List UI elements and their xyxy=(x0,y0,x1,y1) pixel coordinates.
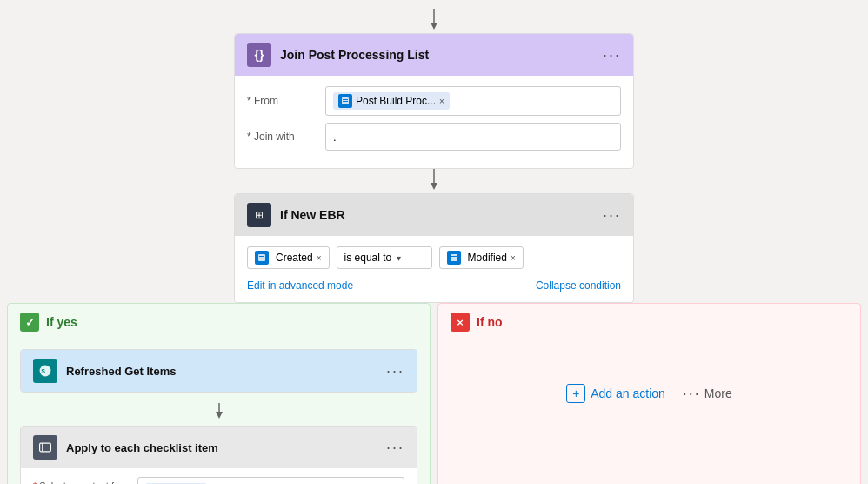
operator-chevron: ▾ xyxy=(397,253,401,263)
more-dots-icon: ··· xyxy=(683,385,701,403)
join-with-field-row: * Join with . xyxy=(247,123,621,151)
flow-canvas: {} Join Post Processing List ··· * From … xyxy=(0,0,868,484)
join-with-input[interactable]: . xyxy=(325,123,621,151)
if-no-header: × If no xyxy=(438,304,860,340)
join-card-icon: {} xyxy=(247,43,271,67)
more-button[interactable]: ··· More xyxy=(683,385,732,403)
svg-rect-7 xyxy=(258,254,265,261)
refreshed-menu-button[interactable]: ··· xyxy=(386,362,404,380)
join-card-title: Join Post Processing List xyxy=(280,48,603,62)
add-action-plus-icon: + xyxy=(566,384,585,403)
apply-each-header: Apply to each checklist item ··· xyxy=(21,427,417,468)
from-label: * From xyxy=(247,95,325,107)
from-field-row: * From Post Build Proc... × xyxy=(247,86,621,116)
modified-tag-text: Modified xyxy=(468,252,507,264)
operator-text: is equal to xyxy=(344,252,392,264)
select-output-input[interactable]: value × xyxy=(137,477,404,484)
top-connector-arrow xyxy=(429,9,439,33)
if-yes-content: S Refreshed Get Items ··· xyxy=(8,340,430,484)
svg-rect-10 xyxy=(451,256,457,257)
svg-marker-14 xyxy=(216,412,223,419)
apply-each-menu-button[interactable]: ··· xyxy=(386,439,404,457)
svg-rect-15 xyxy=(40,443,51,452)
apply-each-title: Apply to each checklist item xyxy=(66,441,386,454)
edit-advanced-link[interactable]: Edit in advanced mode xyxy=(247,279,353,292)
if-no-label: If no xyxy=(477,315,503,329)
if-yes-label: If yes xyxy=(46,315,77,329)
join-card-body: * From Post Build Proc... × * Join with … xyxy=(235,76,633,168)
svg-rect-3 xyxy=(343,99,348,100)
operator-select[interactable]: is equal to ▾ xyxy=(337,246,432,269)
modified-tag-close[interactable]: × xyxy=(511,253,516,263)
split-panes: ✓ If yes S Refreshed Get Items ··· xyxy=(3,303,865,484)
condition-icon: ⊞ xyxy=(255,209,264,221)
if-yes-header: ✓ If yes xyxy=(8,304,430,340)
if-yes-pane: ✓ If yes S Refreshed Get Items ··· xyxy=(7,303,431,484)
join-with-dot: . xyxy=(333,131,337,144)
svg-rect-8 xyxy=(259,256,264,257)
condition-card-icon: ⊞ xyxy=(247,203,271,227)
post-build-tag-text: Post Build Proc... xyxy=(356,95,436,107)
condition-footer-links: Edit in advanced mode Collapse condition xyxy=(247,276,621,292)
svg-rect-4 xyxy=(343,101,348,102)
join-card-header: {} Join Post Processing List ··· xyxy=(235,34,633,76)
add-action-area: + Add an action ··· More xyxy=(451,349,848,438)
modified-tag: Modified × xyxy=(439,246,524,269)
post-build-icon xyxy=(338,94,352,108)
more-label: More xyxy=(704,387,732,400)
curly-brace-icon: {} xyxy=(255,48,264,62)
add-action-label: Add an action xyxy=(591,387,665,400)
select-output-label: * Select an output from previous steps xyxy=(33,480,137,484)
condition-card-menu-button[interactable]: ··· xyxy=(603,206,621,225)
connector-arrow-2 xyxy=(429,169,439,193)
if-no-content: + Add an action ··· More xyxy=(438,340,860,447)
from-input[interactable]: Post Build Proc... × xyxy=(325,86,621,116)
condition-row: Created × is equal to ▾ Modified × xyxy=(247,246,621,269)
refreshed-get-items-card: S Refreshed Get Items ··· xyxy=(20,349,417,393)
if-no-pane: × If no + Add an action ··· More xyxy=(437,303,861,484)
svg-marker-6 xyxy=(431,183,437,190)
condition-card: ⊞ If New EBR ··· Created × is equal to ▾ xyxy=(234,193,634,303)
post-build-tag: Post Build Proc... × xyxy=(333,92,450,110)
if-no-icon: × xyxy=(451,313,470,332)
add-action-button[interactable]: + Add an action xyxy=(566,384,665,403)
modified-tag-icon xyxy=(447,251,461,265)
created-tag-text: Created xyxy=(276,252,313,264)
condition-card-header: ⊞ If New EBR ··· xyxy=(235,194,633,236)
condition-card-title: If New EBR xyxy=(280,208,603,222)
refreshed-header: S Refreshed Get Items ··· xyxy=(21,350,417,392)
join-with-label: * Join with xyxy=(247,131,325,143)
condition-card-body: Created × is equal to ▾ Modified × Edit … xyxy=(235,236,633,302)
created-tag: Created × xyxy=(247,246,330,269)
yes-pane-arrow xyxy=(20,400,417,426)
apply-each-card: Apply to each checklist item ··· * Selec… xyxy=(20,426,417,484)
join-post-processing-card: {} Join Post Processing List ··· * From … xyxy=(234,33,634,169)
svg-text:S: S xyxy=(41,367,45,375)
apply-each-body: * Select an output from previous steps v… xyxy=(21,468,417,484)
post-build-tag-close[interactable]: × xyxy=(439,97,444,106)
created-tag-icon xyxy=(255,251,269,265)
refreshed-title: Refreshed Get Items xyxy=(66,365,386,378)
created-tag-close[interactable]: × xyxy=(317,253,322,263)
select-output-row: * Select an output from previous steps v… xyxy=(33,477,404,484)
loop-icon xyxy=(33,435,57,460)
join-card-menu-button[interactable]: ··· xyxy=(603,46,621,64)
svg-rect-9 xyxy=(451,254,457,261)
if-yes-icon: ✓ xyxy=(20,313,39,332)
svg-marker-1 xyxy=(431,23,437,30)
sharepoint-icon: S xyxy=(33,359,57,383)
collapse-condition-link[interactable]: Collapse condition xyxy=(536,279,621,292)
